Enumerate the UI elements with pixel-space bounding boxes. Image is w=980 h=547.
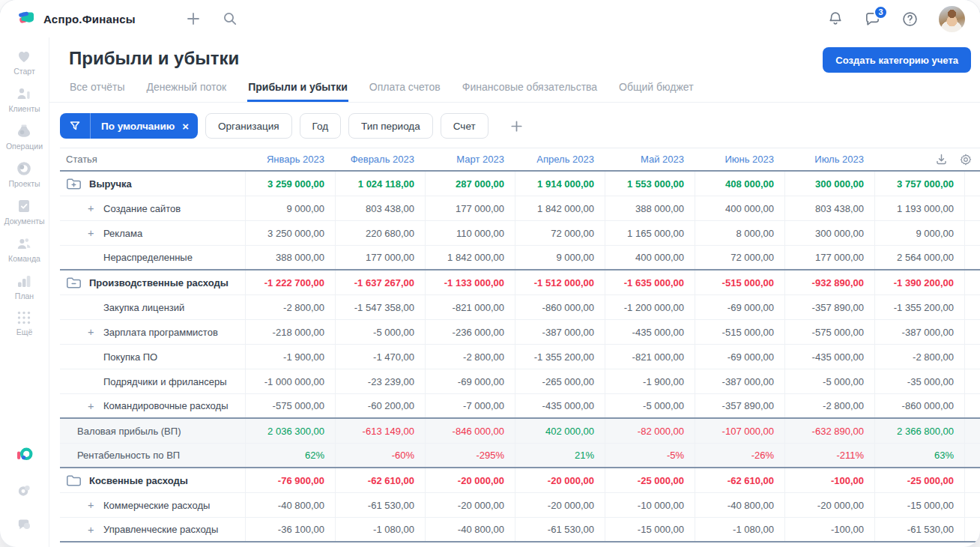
row-label: Коммерческие расходы — [103, 500, 210, 511]
row-label-cell[interactable]: Нераспределенные — [60, 246, 245, 269]
table-row: +Зарплата программистов-218 000,00-5 000… — [60, 320, 980, 345]
cell-value: -1 080,00 — [695, 518, 784, 541]
clipped-column-sliver — [964, 221, 980, 245]
row-label-cell[interactable]: Подрядчики и фрилансеры — [60, 369, 245, 393]
row-label: Управленческие расходы — [103, 524, 218, 535]
app-name: Аспро.Финансы — [43, 13, 136, 25]
row-label-cell[interactable]: Выручка — [60, 172, 245, 196]
sidebar-item-team[interactable]: Команда — [4, 235, 44, 263]
expand-plus-icon[interactable]: + — [88, 499, 103, 511]
cell-value: -61 530,00 — [874, 518, 964, 541]
sidebar-item-start[interactable]: Старт — [4, 47, 44, 76]
column-header-month[interactable]: Январь 2023 — [245, 148, 335, 170]
column-header-month[interactable]: Июль 2023 — [784, 148, 874, 170]
cell-value: 2 366 800,00 — [874, 419, 964, 443]
table-row: +Коммерческие расходы-40 800,00-61 530,0… — [60, 493, 980, 518]
sidebar-item-label: План — [15, 291, 34, 300]
clipped-column-sliver — [964, 196, 980, 220]
app-logo[interactable]: Аспро.Финансы — [16, 9, 136, 29]
create-category-button[interactable]: Создать категорию учета — [823, 47, 971, 73]
tab-2[interactable]: Денежный поток — [145, 78, 227, 102]
cell-value: -20 000,00 — [515, 493, 605, 517]
row-label-cell[interactable]: +Зарплата программистов — [60, 320, 245, 344]
cell-value: -1 355 200,00 — [515, 345, 605, 369]
row-label-cell[interactable]: +Реклама — [60, 221, 245, 245]
row-label-cell[interactable]: +Коммерческие расходы — [60, 493, 245, 517]
app-mini-logo[interactable] — [15, 445, 34, 465]
cell-value: -1 222 700,00 — [245, 271, 335, 294]
column-header-month[interactable]: Май 2023 — [605, 148, 695, 170]
active-filter-pill[interactable]: По умолчанию × — [60, 113, 198, 139]
cell-value: -211% — [784, 444, 874, 467]
sidebar-item-clients[interactable]: Клиенты — [4, 85, 44, 113]
cell-value: 402 000,00 — [515, 419, 605, 443]
expand-plus-icon[interactable]: + — [88, 524, 103, 536]
cell-value: 1 024 118,00 — [335, 172, 425, 196]
folder-minus-icon[interactable] — [66, 276, 82, 289]
messages-chat-icon[interactable]: 3 — [864, 10, 881, 28]
tab-6[interactable]: Общий бюджет — [618, 78, 694, 102]
sidebar-item-operations[interactable]: Операции — [4, 122, 44, 151]
tab-3[interactable]: Прибыли и убытки — [247, 78, 348, 102]
cell-value: -1 355 200,00 — [874, 295, 964, 319]
cell-value: -1 900,00 — [245, 345, 335, 369]
sidebar-item-label: Команда — [8, 254, 40, 263]
row-label-cell[interactable]: Производственные расходы — [60, 271, 245, 294]
filter-chip[interactable]: Счет — [441, 113, 489, 139]
cell-value: 177 000,00 — [784, 246, 874, 269]
cell-value: -60 200,00 — [335, 394, 425, 417]
search-icon[interactable] — [223, 11, 238, 26]
tab-5[interactable]: Финансовые обязательства — [462, 78, 598, 102]
row-label-cell[interactable]: +Управленческие расходы — [60, 518, 245, 541]
column-header-month[interactable]: Февраль 2023 — [335, 148, 425, 170]
cell-value: 1 553 000,00 — [605, 172, 695, 196]
sidebar-item-plan[interactable]: План — [4, 272, 44, 300]
expand-plus-icon[interactable]: + — [88, 326, 103, 338]
download-icon[interactable] — [935, 153, 948, 166]
column-header-month[interactable]: Март 2023 — [425, 148, 515, 170]
sidebar-item-projects[interactable]: Проекты — [4, 160, 44, 188]
clients-icon — [15, 85, 33, 103]
user-avatar[interactable] — [939, 6, 965, 32]
clipped-column-sliver — [964, 271, 980, 294]
row-label-cell[interactable]: +Командировочные расходы — [60, 394, 245, 417]
clipped-column-sliver — [964, 246, 980, 269]
column-header-month[interactable]: Июнь 2023 — [695, 148, 784, 170]
table-row: Нераспределенные388 000,00177 000,001 84… — [60, 246, 980, 271]
filter-chip[interactable]: Тип периода — [348, 113, 433, 139]
cell-value: -575 000,00 — [784, 320, 874, 344]
create-plus-icon[interactable] — [185, 10, 202, 27]
sidebar-item-documents[interactable]: Документы — [4, 197, 44, 226]
feedback-chat-icon[interactable] — [16, 516, 33, 534]
cell-value: -5 000,00 — [605, 394, 695, 417]
tab-1[interactable]: Все отчёты — [69, 78, 125, 102]
sidebar-item-label: Операции — [6, 142, 43, 151]
row-label-cell[interactable]: +Создание сайтов — [60, 196, 245, 220]
row-label: Производственные расходы — [89, 277, 229, 288]
team-icon — [15, 235, 33, 253]
row-label-cell[interactable]: Покупка ПО — [60, 345, 245, 369]
add-filter-icon[interactable] — [509, 118, 524, 134]
cell-value: 408 000,00 — [695, 172, 784, 196]
clipped-column-sliver — [964, 345, 980, 369]
folder-icon[interactable] — [66, 474, 82, 487]
expand-plus-icon[interactable]: + — [88, 400, 103, 412]
filter-chip[interactable]: Организация — [205, 113, 291, 139]
expand-plus-icon[interactable]: + — [88, 227, 103, 239]
clear-filter-icon[interactable]: × — [180, 113, 198, 139]
row-label-cell[interactable]: Косвенные расходы — [60, 468, 245, 492]
table-settings-gear-icon[interactable] — [959, 153, 973, 166]
sidebar-item-more[interactable]: Ещё — [4, 309, 44, 336]
tab-4[interactable]: Оплата счетов — [369, 78, 441, 102]
settings-gear-icon[interactable] — [16, 482, 33, 499]
column-header-month[interactable]: Апрель 2023 — [515, 148, 605, 170]
filter-chip[interactable]: Год — [300, 113, 342, 139]
cell-value: 110 000,00 — [425, 221, 515, 245]
folder-plus-icon[interactable] — [66, 178, 82, 190]
expand-plus-icon[interactable]: + — [88, 202, 103, 214]
row-label-cell[interactable]: Закупка лицензий — [60, 295, 245, 319]
help-icon[interactable] — [901, 10, 919, 28]
notifications-bell-icon[interactable] — [827, 10, 844, 27]
cell-value: 177 000,00 — [335, 246, 425, 269]
cell-value: -5 000,00 — [784, 369, 874, 393]
